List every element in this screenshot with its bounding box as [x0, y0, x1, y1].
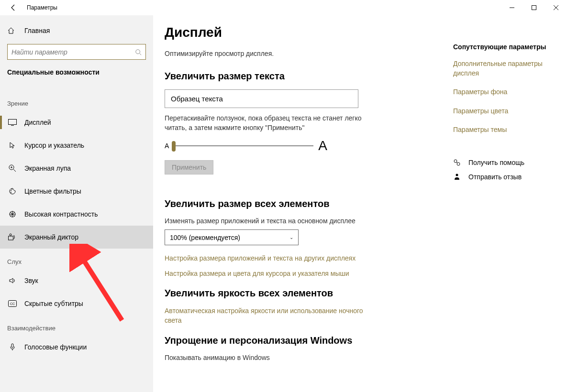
svg-rect-1	[532, 6, 536, 10]
link-cursor-settings[interactable]: Настройка размера и цвета для курсора и …	[165, 269, 366, 279]
svg-point-12	[11, 190, 11, 191]
link-advanced-display[interactable]: Дополнительные параметры дисплея	[453, 59, 554, 78]
navitem-label: Дисплей	[24, 119, 51, 126]
section-simplify: Упрощение и персонализация Windows	[165, 335, 553, 346]
navitem-label: Экранная лупа	[24, 164, 71, 172]
narrator-icon	[7, 233, 18, 241]
home-icon	[7, 27, 17, 34]
svg-line-5	[140, 53, 142, 55]
svg-point-14	[11, 192, 11, 193]
navitem-label: Экранный диктор	[24, 233, 78, 241]
navitem-color-filters[interactable]: Цветные фильтры	[0, 180, 153, 203]
section-brightness: Увеличить яркость всех элементов	[165, 288, 553, 299]
navitem-display[interactable]: Дисплей	[0, 111, 153, 134]
page-title: Дисплей	[165, 25, 553, 40]
navitem-speech[interactable]: Голосовые функции	[0, 336, 153, 359]
link-other-displays[interactable]: Настройка размера приложений и текста на…	[165, 254, 366, 263]
search-icon	[135, 49, 142, 55]
navitem-audio[interactable]: Звук	[0, 269, 153, 292]
dropdown-value: 100% (рекомендуется)	[170, 234, 240, 241]
category-title: Специальные возможности	[0, 68, 153, 76]
navitem-cursor[interactable]: Курсор и указатель	[0, 134, 153, 157]
svg-rect-20	[9, 236, 13, 240]
svg-rect-6	[9, 120, 17, 125]
svg-rect-24	[11, 344, 13, 348]
sidebar: Главная Специальные возможности Зрение Д…	[0, 15, 153, 392]
chevron-down-icon: ⌄	[289, 235, 293, 240]
apply-button[interactable]: Применить	[165, 160, 213, 174]
sound-icon	[7, 277, 18, 284]
svg-text:CC: CC	[10, 302, 15, 305]
slider-min-a: A	[165, 142, 169, 150]
show-animation-label: Показывать анимацию в Windows	[165, 354, 553, 361]
navitem-label: Курсор и указатель	[24, 142, 84, 149]
close-button[interactable]	[545, 0, 567, 15]
link-colors[interactable]: Параметры цвета	[453, 107, 554, 116]
cursor-icon	[7, 142, 18, 149]
back-button[interactable]	[8, 2, 19, 13]
feedback-icon	[453, 173, 464, 181]
svg-line-9	[13, 169, 16, 172]
svg-point-21	[10, 234, 11, 236]
section-all-size: Увеличить размер всех элементов	[165, 198, 553, 209]
slider-instruction: Перетаскивайте ползунок, пока образец те…	[165, 114, 366, 132]
search-input[interactable]	[7, 44, 146, 60]
feedback-link[interactable]: Отправить отзыв	[453, 173, 554, 181]
mic-icon	[7, 343, 18, 351]
related-title: Сопутствующие параметры	[453, 43, 554, 51]
home-button[interactable]: Главная	[0, 22, 153, 39]
navitem-label: Звук	[24, 277, 38, 284]
svg-point-13	[11, 189, 12, 190]
monitor-icon	[7, 119, 18, 126]
slider-thumb[interactable]	[172, 141, 176, 152]
cc-icon: CC	[7, 300, 18, 307]
scale-label: Изменять размер приложений и текста на о…	[165, 217, 553, 225]
search-field[interactable]	[11, 48, 135, 56]
window-title: Параметры	[27, 4, 57, 11]
text-size-slider[interactable]	[172, 145, 313, 146]
navitem-label: Цветные фильтры	[24, 187, 81, 195]
home-label: Главная	[24, 27, 50, 34]
help-icon	[453, 159, 464, 166]
navitem-magnifier[interactable]: Экранная лупа	[0, 157, 153, 180]
link-background[interactable]: Параметры фона	[453, 87, 554, 97]
svg-line-28	[456, 162, 457, 163]
scale-dropdown[interactable]: 100% (рекомендуется) ⌄	[165, 229, 299, 245]
minimize-button[interactable]	[501, 0, 523, 15]
maximize-button[interactable]	[523, 0, 545, 15]
get-help-link[interactable]: Получить помощь	[453, 159, 554, 166]
related-settings-panel: Сопутствующие параметры Дополнительные п…	[453, 43, 554, 187]
palette-icon	[7, 187, 18, 195]
feedback-label: Отправить отзыв	[468, 173, 522, 181]
svg-point-4	[136, 49, 140, 54]
magnify-icon	[7, 164, 18, 172]
contrast-icon	[7, 210, 18, 218]
slider-max-a: A	[318, 138, 327, 153]
group-interaction: Взаимодействие	[0, 315, 153, 336]
navitem-label: Высокая контрастность	[24, 210, 98, 218]
svg-point-29	[456, 174, 458, 176]
navitem-captions[interactable]: CC Скрытые субтитры	[0, 292, 153, 315]
help-label: Получить помощь	[468, 159, 524, 166]
navitem-label: Скрытые субтитры	[24, 300, 83, 307]
group-hearing: Слух	[0, 249, 153, 269]
link-night-light[interactable]: Автоматическая настройка яркости или исп…	[165, 306, 366, 325]
navitem-high-contrast[interactable]: Высокая контрастность	[0, 203, 153, 226]
group-vision: Зрение	[0, 90, 153, 111]
sample-text-box: Образец текста	[165, 89, 358, 108]
navitem-label: Голосовые функции	[24, 343, 87, 351]
link-themes[interactable]: Параметры темы	[453, 125, 554, 135]
navitem-narrator[interactable]: Экранный диктор	[0, 226, 153, 249]
